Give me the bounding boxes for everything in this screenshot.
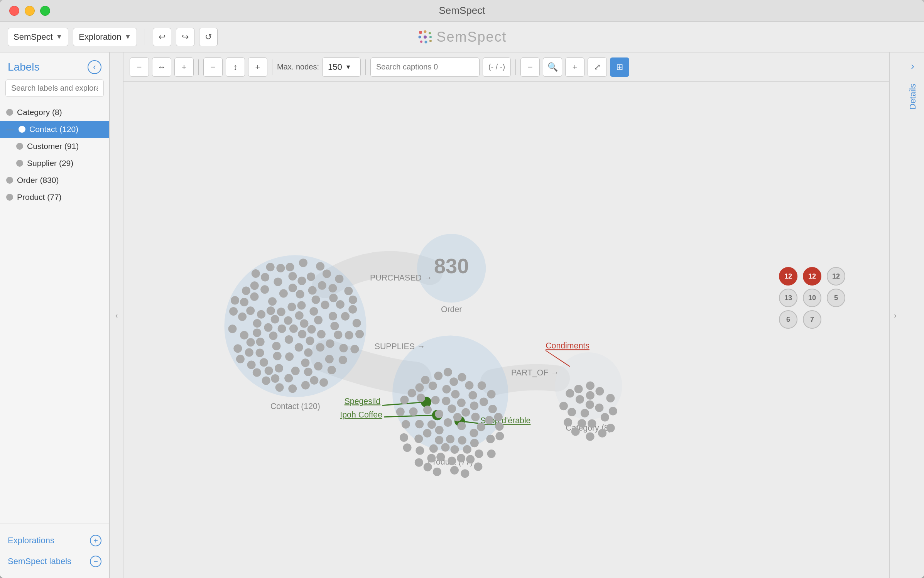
- sidebar-header: Labels ‹: [0, 52, 109, 79]
- product-cluster-bg: [392, 336, 508, 451]
- grid-view-button[interactable]: ⊞: [610, 57, 629, 77]
- fit-icon: ⤢: [594, 62, 601, 72]
- sidebar-item-customer[interactable]: Customer (91): [0, 138, 109, 155]
- app-title-area: SemSpect: [417, 29, 507, 45]
- category-cluster-bg: [555, 352, 622, 419]
- details-collapse-handle[interactable]: ›: [889, 52, 901, 578]
- svg-point-2: [428, 32, 431, 34]
- expand-horizontal-plus[interactable]: +: [174, 57, 194, 77]
- search-captions-input[interactable]: [370, 57, 480, 77]
- plus-icon-3: +: [573, 62, 578, 72]
- cat-badge-10[interactable]: 10: [803, 289, 821, 307]
- explorations-item[interactable]: Explorations +: [8, 530, 101, 551]
- zoom-in-button[interactable]: +: [565, 57, 584, 77]
- minimize-button[interactable]: [25, 6, 35, 16]
- contact-label: Contact (120): [29, 125, 78, 134]
- chevron-left-outer-icon: ‹: [115, 311, 118, 320]
- fit-view-button[interactable]: ⤢: [588, 57, 607, 77]
- sirop-label[interactable]: Sirop d'érable: [480, 416, 531, 425]
- close-button[interactable]: [9, 6, 19, 16]
- contact-expand-dash: —: [6, 125, 14, 134]
- category-label: Category (8): [17, 108, 62, 117]
- purchased-edge-label: PURCHASED →: [370, 273, 432, 282]
- svg-point-1: [424, 30, 426, 33]
- cat-badge-12b[interactable]: 12: [803, 267, 821, 286]
- gtb-sep-1: [198, 59, 199, 75]
- sidebar-search-input[interactable]: [5, 79, 104, 97]
- sidebar-item-contact[interactable]: — Contact (120): [0, 121, 109, 138]
- cat-badge-12a[interactable]: 12: [779, 267, 797, 286]
- sidebar-item-category[interactable]: Category (8): [0, 104, 109, 121]
- ipoh-label[interactable]: Ipoh Coffee: [340, 410, 382, 419]
- cat-badge-7[interactable]: 7: [803, 310, 821, 329]
- product-node-label: Product (77): [428, 457, 473, 466]
- details-toggle-label[interactable]: Details: [908, 84, 918, 110]
- sidebar-title: Labels: [8, 61, 40, 73]
- app-window: SemSpect SemSpect ▼ Exploration ▼ ↩ ↪ ↺: [0, 0, 924, 578]
- main-content: Labels ‹ Category (8) — Contact (120): [0, 52, 924, 578]
- svg-point-8: [429, 40, 431, 42]
- product-node-dot: [6, 194, 13, 201]
- cat-badge-6[interactable]: 6: [779, 310, 797, 329]
- max-nodes-dropdown-arrow: ▼: [345, 64, 351, 71]
- cat-badge-13[interactable]: 13: [779, 289, 797, 307]
- exploration-dropdown-arrow: ▼: [124, 33, 131, 41]
- vertical-arrows[interactable]: ↕: [226, 57, 245, 77]
- sidebar: Labels ‹ Category (8) — Contact (120): [0, 52, 110, 578]
- supplier-node-dot: [16, 160, 23, 167]
- contact-node-label: Contact (120): [270, 402, 320, 411]
- undo-button[interactable]: ↩: [153, 28, 171, 46]
- minus-icon-2: −: [211, 62, 216, 72]
- condiments-label[interactable]: Condiments: [546, 341, 590, 350]
- product-label: Product (77): [17, 193, 62, 202]
- arrows-icon: ↔: [157, 62, 166, 72]
- contact-dots-container: .dot { width: 24px; height: 24px; border…: [224, 151, 374, 302]
- sidebar-collapse-handle[interactable]: ‹: [110, 52, 123, 578]
- shrink-horizontal-minus[interactable]: −: [130, 57, 149, 77]
- sidebar-item-supplier[interactable]: Supplier (29): [0, 155, 109, 172]
- sidebar-item-product[interactable]: Product (77): [0, 189, 109, 206]
- sidebar-collapse-button[interactable]: ‹: [88, 60, 101, 74]
- semspect-dropdown[interactable]: SemSpect ▼: [8, 28, 68, 46]
- svg-point-5: [429, 36, 431, 38]
- sidebar-item-order[interactable]: Order (830): [0, 172, 109, 189]
- sidebar-bottom: Explorations + SemSpect labels −: [0, 524, 109, 578]
- gtb-sep-3: [365, 59, 366, 75]
- refresh-button[interactable]: ↺: [199, 28, 218, 46]
- contact-node-dot: [19, 126, 25, 133]
- exploration-dropdown[interactable]: Exploration ▼: [73, 28, 137, 46]
- cat-badge-12c[interactable]: 12: [827, 267, 845, 286]
- cat-badge-5[interactable]: 5: [827, 289, 845, 307]
- semspect-label: SemSpect: [14, 32, 53, 42]
- traffic-lights: [9, 6, 50, 16]
- plus-icon-2: +: [255, 62, 260, 72]
- grid-icon: ⊞: [616, 62, 623, 72]
- max-nodes-dropdown[interactable]: 150 ▼: [322, 57, 361, 77]
- details-arrow-button[interactable]: ›: [911, 60, 914, 72]
- horizontal-arrows[interactable]: ↔: [152, 57, 171, 77]
- maximize-button[interactable]: [40, 6, 50, 16]
- part-of-edge-label: PART_OF →: [511, 368, 559, 377]
- window-title: SemSpect: [439, 5, 485, 17]
- titlebar: SemSpect: [0, 0, 924, 22]
- zoom-out-button[interactable]: −: [520, 57, 540, 77]
- spegesild-label[interactable]: Spegesild: [345, 397, 381, 406]
- explorations-add-icon[interactable]: +: [90, 535, 101, 546]
- zoom-icon-button[interactable]: 🔍: [543, 57, 562, 77]
- order-node-label: Order: [441, 305, 462, 314]
- plus-icon-1: +: [182, 62, 187, 72]
- shrink-vertical-minus[interactable]: −: [203, 57, 223, 77]
- range-info: (- / -): [483, 57, 511, 77]
- app-toolbar: SemSpect ▼ Exploration ▼ ↩ ↪ ↺: [0, 22, 924, 52]
- redo-button[interactable]: ↪: [176, 28, 194, 46]
- expand-vertical-plus[interactable]: +: [248, 57, 267, 77]
- updown-icon: ↕: [233, 62, 238, 72]
- order-node-dot: [6, 177, 13, 184]
- minus-icon-3: −: [528, 62, 533, 72]
- graph-wrapper: − ↔ + − ↕ + Max. nodes:: [123, 52, 889, 578]
- semspect-dropdown-arrow: ▼: [56, 33, 63, 41]
- semspect-labels-remove-icon[interactable]: −: [90, 556, 101, 567]
- customer-node-dot: [16, 143, 23, 150]
- semspect-labels-item[interactable]: SemSpect labels −: [8, 551, 101, 572]
- undo-icon: ↩: [159, 32, 166, 42]
